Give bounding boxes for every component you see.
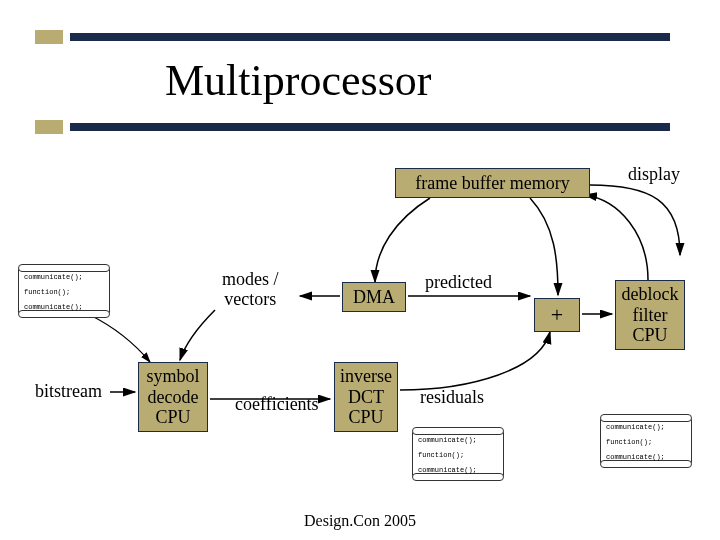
slide-footer: Design.Con 2005 [0,512,720,530]
scroll-line: communicate(); [24,273,104,282]
slide-title: Multiprocessor [165,55,431,106]
frame-buffer-block: frame buffer memory [395,168,590,198]
scroll-line: communicate(); [606,423,686,432]
adder-block: + [534,298,580,332]
residuals-label: residuals [420,388,484,408]
modes-vectors-label: modes / vectors [222,270,279,310]
scroll-line: function(); [418,451,498,460]
dma-block: DMA [342,282,406,312]
decorative-bar [35,30,63,44]
scroll-line: communicate(); [418,466,498,475]
decorative-bar [70,33,670,41]
code-scroll-right: communicate(); function(); communicate()… [600,415,692,467]
predicted-label: predicted [425,273,492,293]
decorative-bar [35,120,63,134]
inverse-dct-block: inverse DCT CPU [334,362,398,432]
scroll-line: communicate(); [418,436,498,445]
decorative-bar [70,123,670,131]
code-scroll-middle: communicate(); function(); communicate()… [412,428,504,480]
bitstream-label: bitstream [35,382,102,402]
code-scroll-left: communicate(); function(); communicate()… [18,265,110,317]
scroll-line: function(); [606,438,686,447]
scroll-line: communicate(); [24,303,104,312]
scroll-line: communicate(); [606,453,686,462]
display-label: display [628,165,680,185]
scroll-line: function(); [24,288,104,297]
coefficients-label: coefficients [235,395,319,415]
deblock-block: deblock filter CPU [615,280,685,350]
symbol-decode-block: symbol decode CPU [138,362,208,432]
